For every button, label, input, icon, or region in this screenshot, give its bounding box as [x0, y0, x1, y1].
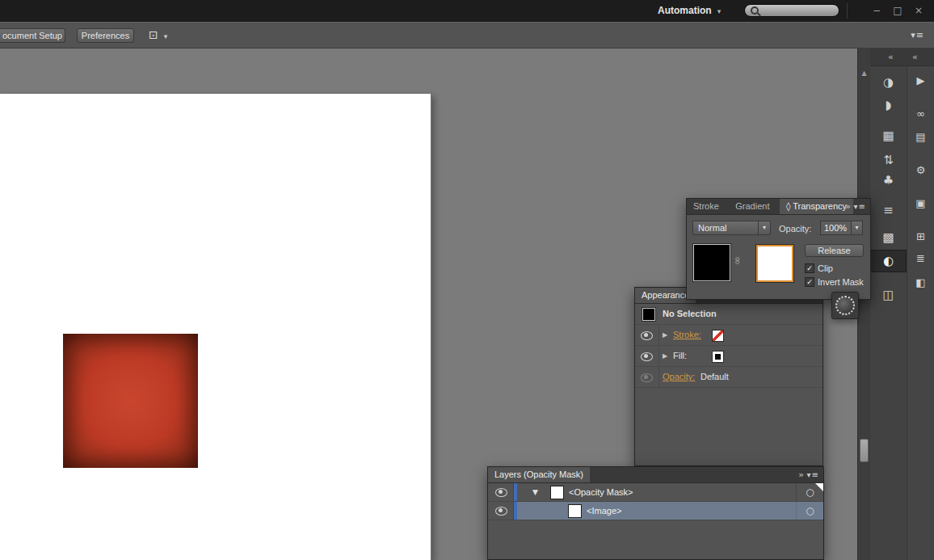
- automation-menu[interactable]: Automation▾: [658, 0, 721, 22]
- actions-icon[interactable]: ▶: [907, 69, 934, 92]
- blend-mode-select[interactable]: Normal ▾: [692, 221, 771, 235]
- opacity-dropdown-icon[interactable]: ▾: [851, 221, 863, 235]
- graphic-styles-icon[interactable]: ▣: [907, 192, 934, 215]
- panel-menu-icon[interactable]: ▾≡: [807, 467, 819, 482]
- control-bar: ocument Setup Preferences ⊡▾ ▾≡: [0, 22, 934, 48]
- stroke-icon[interactable]: ≡: [870, 199, 907, 221]
- document-setup-button[interactable]: ocument Setup: [0, 28, 65, 43]
- no-selection-label: No Selection: [663, 304, 717, 324]
- eye-icon-dimmed[interactable]: [641, 373, 653, 382]
- transparency-icon[interactable]: ◐: [870, 250, 907, 272]
- panel-dock: « « ◑ ◗ ▦ ⇅ ♣ ≡ ▩ ◐ ◫ ▶ ∞ ▤ ⚙ ▣ ⊞ ≣ ◧: [870, 48, 934, 560]
- panel-menu-icon[interactable]: ▾≡: [854, 199, 866, 214]
- document-info-icon[interactable]: ▤: [907, 126, 934, 149]
- dotted-circle-glyph: [835, 296, 855, 315]
- caret-right-icon[interactable]: ▶: [663, 346, 667, 367]
- workspace-tool-button[interactable]: ⊡▾: [149, 23, 167, 48]
- collapse-panel-icon[interactable]: »: [845, 199, 851, 214]
- automation-label: Automation: [658, 5, 712, 16]
- clip-checkbox[interactable]: ✓: [805, 263, 814, 273]
- artboards-icon[interactable]: ◫: [870, 284, 907, 306]
- visibility-column: [488, 502, 514, 520]
- appearance-row-opacity[interactable]: Opacity: Default: [635, 367, 823, 388]
- link-icon: ∞: [732, 256, 744, 265]
- appearance-gear-icon[interactable]: ⚙: [907, 159, 934, 182]
- red-square-artwork[interactable]: [63, 334, 198, 468]
- eye-icon[interactable]: [495, 488, 507, 497]
- opacity-link[interactable]: Opacity:: [663, 367, 695, 387]
- appearance-row-fill[interactable]: ▶ Fill:: [635, 346, 823, 367]
- swatches-icon[interactable]: ▦: [870, 124, 907, 147]
- dock-column-2: ▶ ∞ ▤ ⚙ ▣ ⊞ ≣ ◧: [907, 66, 934, 560]
- appearance-panel-body: No Selection ▶ Stroke: ▶ Fill: Opacity: …: [635, 304, 823, 466]
- caret-right-icon[interactable]: ▶: [663, 325, 667, 346]
- clip-checkbox-row: ✓ Clip: [805, 263, 833, 273]
- appearance-row-no-selection: No Selection: [635, 304, 823, 325]
- search-input[interactable]: [744, 4, 839, 17]
- collapse-panel-icon[interactable]: »: [798, 467, 804, 482]
- brushes-icon[interactable]: ⇅: [870, 149, 907, 171]
- invert-mask-checkbox-row: ✓ Invert Mask: [805, 277, 864, 287]
- visibility-column: [488, 483, 514, 501]
- color-panel-icon[interactable]: ◑: [870, 71, 907, 94]
- minimize-button[interactable]: −: [866, 0, 887, 22]
- layer-name[interactable]: <Opacity Mask>: [569, 483, 633, 501]
- align-icon[interactable]: ≣: [907, 247, 934, 270]
- links-icon[interactable]: ∞: [907, 103, 934, 125]
- artboard[interactable]: [0, 93, 431, 560]
- expand-panels-icon[interactable]: «: [888, 48, 893, 66]
- tab-layers-opacity-mask[interactable]: Layers (Opacity Mask): [488, 467, 590, 482]
- object-thumbnail[interactable]: [693, 244, 730, 281]
- titlebar: Automation▾ − □ ×: [0, 0, 934, 22]
- eye-icon[interactable]: [641, 352, 653, 361]
- symbols-icon[interactable]: ♣: [870, 169, 907, 192]
- close-button[interactable]: ×: [908, 0, 929, 22]
- tab-stroke[interactable]: Stroke: [687, 199, 726, 214]
- chevron-down-icon: ▾: [717, 7, 722, 15]
- layer-color-bar: [514, 483, 517, 501]
- dotted-circle-panel-icon[interactable]: [831, 292, 859, 319]
- gradient-icon[interactable]: ▩: [870, 226, 907, 249]
- fill-label[interactable]: Fill:: [673, 346, 687, 366]
- layer-thumbnail[interactable]: [550, 486, 564, 499]
- transform-icon[interactable]: ⊞: [907, 225, 934, 248]
- invert-mask-label: Invert Mask: [818, 277, 864, 287]
- stroke-none-swatch[interactable]: [712, 330, 724, 342]
- dock-header: « «: [870, 48, 934, 66]
- expand-panels-icon[interactable]: «: [912, 48, 917, 66]
- opacity-mask-thumbnail[interactable]: [756, 245, 793, 282]
- scrollbar-thumb[interactable]: [860, 439, 869, 462]
- opacity-input[interactable]: 100%: [820, 221, 852, 235]
- tab-gradient[interactable]: Gradient: [729, 199, 776, 214]
- color-guide-icon[interactable]: ◗: [870, 94, 907, 116]
- fill-swatch-inner: [715, 354, 721, 360]
- stroke-link[interactable]: Stroke:: [673, 325, 701, 345]
- layer-name[interactable]: <Image>: [587, 502, 621, 520]
- fill-swatch[interactable]: [712, 351, 724, 363]
- caret-down-icon[interactable]: ▼: [532, 483, 538, 501]
- illustrator-window: Automation▾ − □ × ocument Setup Preferen…: [0, 0, 934, 560]
- pathfinder-icon[interactable]: ◧: [907, 272, 934, 294]
- layers-panel: Layers (Opacity Mask) » ▾≡ ▼ <Opacity Ma…: [487, 466, 824, 560]
- restore-button[interactable]: □: [887, 0, 908, 22]
- transparency-panel-body: Normal ▾ Opacity: 100% ▾ ∞ Release ✓ Cli…: [687, 215, 870, 301]
- vertical-scrollbar[interactable]: ▲: [857, 48, 870, 560]
- eye-icon[interactable]: [641, 331, 653, 340]
- appearance-row-stroke[interactable]: ▶ Stroke:: [635, 325, 823, 346]
- visibility-column: [635, 367, 659, 387]
- release-button[interactable]: Release: [805, 244, 864, 257]
- chevron-down-icon: ▾: [164, 32, 168, 40]
- layer-color-bar: [514, 502, 517, 520]
- invert-mask-checkbox[interactable]: ✓: [805, 277, 814, 287]
- scroll-up-icon[interactable]: ▲: [858, 69, 870, 77]
- preferences-button[interactable]: Preferences: [77, 28, 134, 43]
- layers-panel-header: Layers (Opacity Mask) » ▾≡: [488, 467, 823, 483]
- target-circle-icon[interactable]: ○: [796, 502, 823, 520]
- layer-row-image[interactable]: <Image> ○: [488, 502, 823, 520]
- tab-transparency[interactable]: ◊ Transparency: [780, 199, 853, 214]
- layer-thumbnail[interactable]: [568, 504, 582, 518]
- eye-icon[interactable]: [495, 507, 507, 516]
- layer-row-opacity-mask[interactable]: ▼ <Opacity Mask> ○: [488, 483, 823, 502]
- control-bar-menu-icon[interactable]: ▾≡: [911, 23, 924, 48]
- opacity-value: Default: [700, 367, 729, 387]
